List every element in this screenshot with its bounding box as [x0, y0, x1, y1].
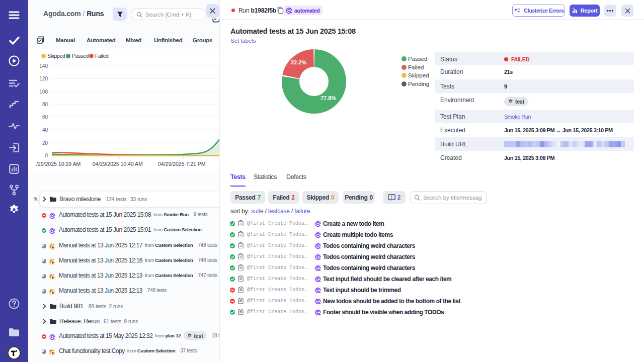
svg-text:77.8%: 77.8%	[320, 95, 336, 101]
svg-text:22.2%: 22.2%	[291, 59, 306, 65]
